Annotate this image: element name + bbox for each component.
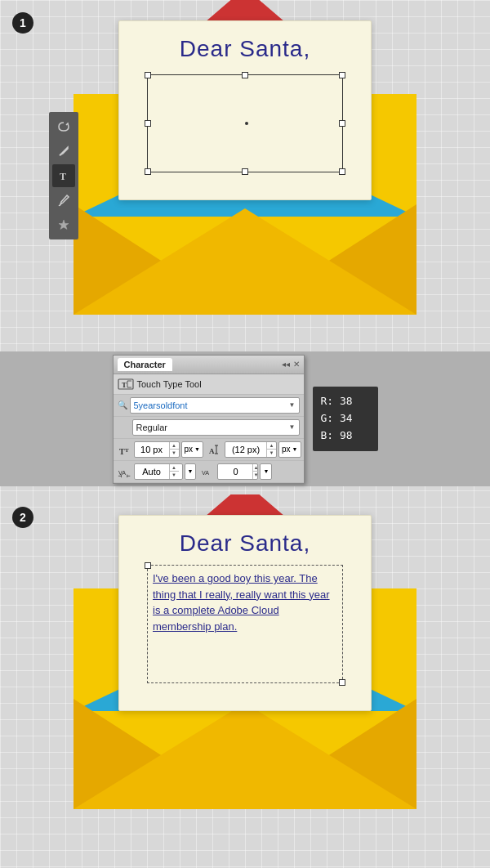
- tracking-row: VA Auto ▲ ▼ ▼ VA: [114, 461, 304, 483]
- svg-text:T: T: [125, 447, 129, 454]
- section-1: 1 T: [0, 0, 490, 351]
- kerning-unit-arrow: ▼: [263, 468, 269, 474]
- handle-br[interactable]: [339, 168, 345, 175]
- handle-br-2[interactable]: [339, 679, 345, 686]
- leading-spinner[interactable]: (12 px) ▲ ▼: [225, 441, 277, 458]
- toolbar: T: [49, 112, 78, 239]
- panel-icons: ◂◂ ✕: [282, 360, 300, 369]
- kerning-down[interactable]: ▼: [253, 472, 258, 479]
- panel-title-area: Character: [118, 358, 172, 371]
- handle-bl[interactable]: [145, 168, 151, 175]
- panel-title: Character: [118, 358, 172, 371]
- handle-ml[interactable]: [145, 120, 151, 127]
- kerning-group: VA 0 ▲ ▼ ▼: [201, 463, 272, 480]
- font-dropdown-arrow: ▼: [289, 401, 296, 409]
- handle-tl[interactable]: [145, 72, 151, 78]
- leading-unit-arrow: ▼: [292, 446, 298, 452]
- font-size-spinner[interactable]: 10 px ▲ ▼: [134, 441, 180, 458]
- font-style-value: Regular: [136, 423, 168, 432]
- tracking-input[interactable]: Auto: [135, 464, 169, 479]
- font-size-icon: T T: [118, 443, 132, 456]
- step-badge-1: 1: [12, 12, 33, 34]
- letter-card-1: Dear Santa,: [118, 20, 372, 200]
- font-size-input[interactable]: 10 px: [135, 442, 169, 457]
- font-unit-label: px: [185, 445, 194, 454]
- svg-text:A: A: [209, 447, 215, 455]
- leading-unit-label: px: [282, 445, 291, 454]
- letter-text-box[interactable]: I've been a good boy this year. The thin…: [147, 565, 343, 683]
- envelope-bottom: [74, 208, 416, 315]
- style-dropdown-arrow: ▼: [289, 423, 296, 431]
- brush-tool[interactable]: [52, 189, 75, 212]
- character-panel: Character ◂◂ ✕ T Touch Type Tool: [113, 355, 305, 484]
- lasso-tool[interactable]: [52, 115, 75, 138]
- handle-tr[interactable]: [339, 72, 345, 78]
- kerning-up[interactable]: ▲: [253, 464, 258, 472]
- color-b: B: 98: [321, 427, 370, 445]
- tracking-unit-arrow: ▼: [188, 468, 194, 474]
- font-size-down[interactable]: ▼: [170, 450, 179, 457]
- svg-marker-1: [59, 220, 69, 230]
- svg-text:VA: VA: [202, 469, 209, 477]
- panel-titlebar: Character ◂◂ ✕: [114, 356, 304, 374]
- font-style-row: Regular ▼: [114, 417, 304, 439]
- font-size-group: T T 10 px ▲ ▼ px ▼: [118, 441, 204, 458]
- leading-input[interactable]: (12 px): [225, 442, 266, 457]
- type-tool[interactable]: T: [52, 164, 75, 187]
- handle-tm[interactable]: [242, 72, 248, 78]
- font-size-unit[interactable]: px ▼: [181, 441, 204, 458]
- pen-tool[interactable]: [52, 140, 75, 163]
- panel-collapse-icon[interactable]: ◂◂: [282, 360, 290, 369]
- kerning-arrows: ▲ ▼: [252, 464, 258, 479]
- touch-type-label: Touch Type Tool: [137, 379, 202, 389]
- color-info-box: R: 38 G: 34 B: 98: [313, 387, 378, 450]
- touch-type-icon: T: [118, 378, 134, 391]
- leading-unit[interactable]: px ▼: [278, 441, 301, 458]
- section-2: 2 Dear Santa, I've been a good boy this …: [0, 494, 490, 846]
- font-style-dropdown[interactable]: Regular ▼: [132, 419, 300, 436]
- font-size-arrows: ▲ ▼: [169, 442, 179, 457]
- font-name-value: 5yearsoldfont: [134, 400, 188, 410]
- svg-text:T: T: [122, 381, 127, 389]
- tracking-down[interactable]: ▼: [170, 472, 179, 479]
- letter-card-2: Dear Santa, I've been a good boy this ye…: [118, 515, 372, 711]
- handle-tl-2[interactable]: [145, 562, 151, 569]
- color-g: G: 34: [321, 410, 370, 427]
- search-icon: 🔍: [118, 400, 127, 409]
- envelope-bottom-2: [74, 703, 416, 809]
- svg-text:T: T: [60, 171, 66, 182]
- tracking-group: VA Auto ▲ ▼ ▼: [118, 463, 197, 480]
- tracking-spinner[interactable]: Auto ▲ ▼: [134, 463, 183, 480]
- panel-close-icon[interactable]: ✕: [293, 360, 300, 369]
- kerning-spinner[interactable]: 0 ▲ ▼: [217, 463, 258, 480]
- font-name-dropdown[interactable]: 5yearsoldfont ▼: [130, 397, 300, 414]
- kerning-unit[interactable]: ▼: [260, 463, 272, 480]
- font-unit-arrow: ▼: [194, 446, 200, 452]
- leading-group: A (12 px) ▲ ▼ px ▼: [208, 441, 301, 458]
- tracking-icon: VA: [118, 465, 132, 478]
- touch-type-row: T Touch Type Tool: [114, 374, 304, 395]
- handle-mr[interactable]: [339, 120, 345, 127]
- tracking-arrows: ▲ ▼: [169, 464, 179, 479]
- tracking-up[interactable]: ▲: [170, 464, 179, 472]
- kerning-input[interactable]: 0: [218, 464, 252, 479]
- envelope-2: Dear Santa, I've been a good boy this ye…: [74, 531, 416, 809]
- leading-arrows: ▲ ▼: [266, 442, 276, 457]
- dear-santa-text-2: Dear Santa,: [180, 530, 310, 557]
- step-badge-2: 2: [12, 507, 33, 528]
- leading-down[interactable]: ▼: [267, 450, 276, 457]
- leading-up[interactable]: ▲: [267, 442, 276, 450]
- font-metrics-row: T T 10 px ▲ ▼ px ▼: [114, 439, 304, 461]
- letter-body-text: I've been a good boy this year. The thin…: [153, 570, 337, 634]
- star-tool[interactable]: [52, 213, 75, 236]
- svg-text:T: T: [119, 447, 125, 456]
- kerning-icon: VA: [201, 465, 216, 478]
- tracking-unit[interactable]: ▼: [185, 463, 197, 480]
- leading-icon: A: [208, 443, 223, 456]
- text-selection-box[interactable]: [147, 74, 343, 172]
- font-size-up[interactable]: ▲: [170, 442, 179, 450]
- font-name-row: 🔍 5yearsoldfont ▼: [114, 395, 304, 417]
- panel-area: Character ◂◂ ✕ T Touch Type Tool: [0, 351, 490, 486]
- text-cursor: [245, 122, 248, 125]
- handle-bm[interactable]: [242, 168, 248, 175]
